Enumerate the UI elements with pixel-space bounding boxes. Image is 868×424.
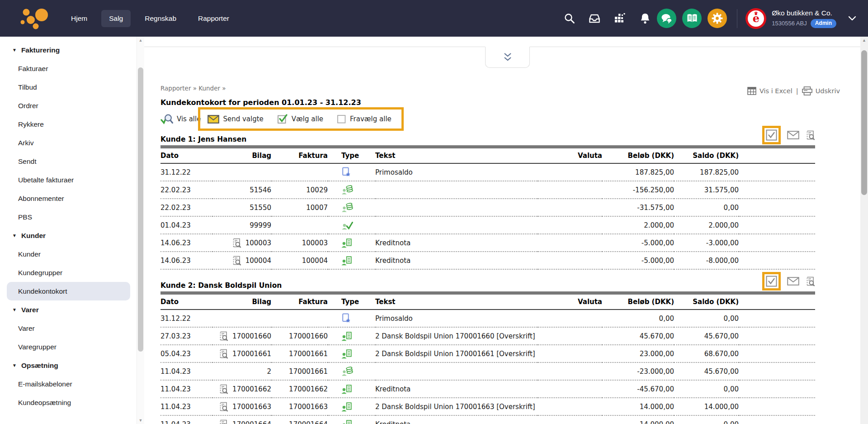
breadcrumb-kunder[interactable]: Kunder	[198, 85, 220, 92]
cell-valuta	[538, 216, 602, 234]
deselect-all-button[interactable]: Fravælg alle	[337, 114, 392, 124]
cell-tekst: Kreditnota	[375, 415, 538, 424]
select-customer-checkbox[interactable]	[762, 272, 781, 291]
account-menu[interactable]: ♛e Øko butikken & Co. 1530556 ABJ Admin	[745, 8, 856, 29]
account-info: Øko butikken & Co. 1530556 ABJ Admin	[772, 9, 836, 28]
scroll-down-icon[interactable]: ▼	[137, 417, 144, 424]
sidebar-item-sendt[interactable]: Sendt	[0, 152, 137, 171]
cell-type	[328, 234, 375, 252]
column-header-beløb-dkk-: Beløb (DKK)	[602, 148, 674, 163]
cell-beloeb: -156.250,00	[602, 181, 674, 199]
send-customer-email-button[interactable]	[787, 273, 799, 289]
main-scrollbar[interactable]: ▲	[860, 37, 868, 424]
view-voucher-icon[interactable]	[219, 348, 228, 359]
cell-type	[328, 415, 375, 424]
view-customer-statement-button[interactable]	[806, 272, 815, 291]
cell-type	[328, 199, 375, 216]
nav-item-regnskab[interactable]: Regnskab	[137, 10, 184, 27]
view-voucher-icon[interactable]	[219, 401, 228, 412]
view-in-excel-button[interactable]: Vis i Excel	[747, 87, 793, 95]
sidebar-scrollbar-thumb[interactable]	[138, 67, 143, 352]
agreement-number: 1530556 ABJ	[772, 20, 807, 27]
cell-bilag: 170001661	[212, 345, 271, 362]
table-row: 31.12.22Primosaldo187.825,00187.825,00	[160, 163, 815, 181]
sidebar-item-arkiv[interactable]: Arkiv	[0, 133, 137, 152]
sidebar-item-kundeopsætning[interactable]: Kundeopsætning	[0, 393, 137, 412]
page-title: Kundekontokort for perioden 01.01.23 - 3…	[160, 98, 361, 107]
cell-tekst: 2 Dansk Boldspil Union 170001663 [Oversk…	[375, 398, 538, 415]
cell-dato: 31.12.22	[160, 310, 212, 327]
sidebar-item-rykkere[interactable]: Rykkere	[0, 115, 137, 133]
payment-icon	[341, 203, 353, 213]
breadcrumb-rapporter[interactable]: Rapporter	[160, 85, 191, 92]
view-voucher-icon[interactable]	[219, 331, 228, 342]
sidebar-item-kunder[interactable]: Kunder	[0, 245, 137, 263]
cell-saldo: -8.000,00	[674, 252, 739, 269]
cell-tekst: Primosaldo	[375, 310, 538, 327]
sidebar-section-opsætning[interactable]: ▼Opsætning	[0, 356, 137, 375]
help-book-icon[interactable]	[682, 9, 702, 28]
sidebar-section-fakturering[interactable]: ▼Fakturering	[0, 41, 137, 59]
view-voucher-icon	[219, 401, 228, 412]
admin-badge: Admin	[811, 19, 836, 28]
sidebar-item-ordrer[interactable]: Ordrer	[0, 96, 137, 115]
send-selected-button[interactable]: Send valgte	[208, 115, 263, 124]
column-header-type: Type	[328, 148, 375, 163]
cell-type	[328, 181, 375, 199]
view-voucher-icon	[219, 348, 228, 359]
empty-checkbox-icon	[337, 114, 346, 124]
cell-filler	[739, 398, 815, 415]
sidebar-item-ubetalte-fakturaer[interactable]: Ubetalte fakturaer	[0, 171, 137, 189]
company-logo: ♛e	[745, 8, 766, 29]
invoice-document-icon	[341, 384, 352, 394]
show-all-button[interactable]: Vis alle	[160, 113, 201, 125]
select-all-button[interactable]: Vælg alle	[277, 114, 323, 124]
scroll-up-icon[interactable]: ▲	[137, 37, 144, 44]
sidebar-item-fakturaer[interactable]: Fakturaer	[0, 59, 137, 78]
view-in-excel-label: Vis i Excel	[760, 87, 793, 95]
print-button[interactable]: Udskriv	[802, 86, 840, 95]
view-voucher-icon[interactable]	[232, 255, 241, 266]
settings-gear-icon[interactable]	[708, 9, 727, 28]
cell-faktura: 100003	[271, 234, 328, 252]
approved-icon	[341, 220, 353, 230]
sidebar-section-varer[interactable]: ▼Varer	[0, 300, 137, 319]
sidebar-section-kunder[interactable]: ▼Kunder	[0, 226, 137, 245]
sidebar-item-varer[interactable]: Varer	[0, 319, 137, 338]
sidebar-item-pbs[interactable]: PBS	[0, 208, 137, 226]
sidebar-item-e-mailskabeloner[interactable]: E-mailskabeloner	[0, 375, 137, 393]
sidebar-scrollbar[interactable]: ▲ ▼	[137, 37, 144, 424]
scroll-up-icon[interactable]: ▲	[860, 37, 868, 44]
cell-valuta	[538, 415, 602, 424]
nav-item-salg[interactable]: Salg	[101, 10, 131, 27]
customer-section-header: Kunde 2: Dansk Boldspil Union	[160, 273, 815, 291]
sidebar-item-tilbud[interactable]: Tilbud	[0, 78, 137, 96]
select-customer-checkbox[interactable]	[762, 126, 781, 144]
inbox-icon[interactable]	[589, 13, 600, 24]
search-icon[interactable]	[563, 13, 575, 24]
view-customer-statement-button[interactable]	[806, 126, 815, 144]
view-voucher-icon[interactable]	[232, 238, 241, 248]
nav-item-hjem[interactable]: Hjem	[63, 10, 95, 27]
view-voucher-icon[interactable]	[219, 384, 228, 395]
cell-beloeb: -14.000,00	[602, 415, 674, 424]
cell-filler	[739, 415, 815, 424]
bilag-number: 51546	[250, 186, 271, 194]
notifications-bell-icon[interactable]	[639, 13, 651, 24]
main-scrollbar-thumb[interactable]	[861, 50, 867, 195]
sidebar-item-abonnementer[interactable]: Abonnementer	[0, 189, 137, 208]
chevron-down-icon[interactable]	[848, 16, 856, 21]
sidebar-item-varegrupper[interactable]: Varegrupper	[0, 338, 137, 356]
nav-item-rapporter[interactable]: Rapporter	[190, 10, 237, 27]
view-voucher-icon[interactable]	[219, 419, 228, 424]
column-header-beløb-dkk-: Beløb (DKK)	[602, 295, 674, 310]
sidebar-item-kundegrupper[interactable]: Kundegrupper	[0, 263, 137, 282]
sidebar-item-kundekontokort[interactable]: Kundekontokort	[7, 282, 130, 300]
navbar-divider	[737, 9, 737, 28]
excel-table-icon	[747, 87, 756, 95]
send-customer-email-button[interactable]	[787, 127, 799, 143]
cell-saldo: 187.825,00	[674, 163, 739, 181]
chat-support-icon[interactable]	[657, 9, 676, 28]
send-email-icon	[787, 277, 799, 286]
apps-grid-icon[interactable]	[614, 13, 626, 24]
